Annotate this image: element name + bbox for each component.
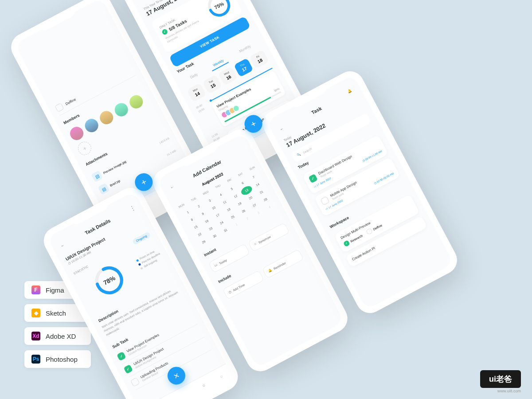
avatar[interactable] xyxy=(98,109,116,127)
checkbox-checked[interactable]: ✓ xyxy=(117,352,126,361)
watermark: ui老爸 xyxy=(480,370,521,388)
back-icon[interactable]: ← xyxy=(277,124,287,134)
zip-icon: ▤ xyxy=(98,183,110,195)
back-icon[interactable]: ← xyxy=(167,182,177,192)
checkbox[interactable] xyxy=(55,103,64,113)
checkbox-checked[interactable]: ✓ xyxy=(124,364,133,374)
image-icon: ▨ xyxy=(91,170,103,182)
back-icon[interactable]: ← xyxy=(58,241,67,250)
screen-title: Task xyxy=(310,106,322,115)
avatar[interactable] xyxy=(112,101,130,119)
watermark-url: www.ui8.com xyxy=(497,389,521,393)
avatar[interactable] xyxy=(127,93,145,111)
avatar[interactable] xyxy=(82,117,101,135)
avatar[interactable] xyxy=(68,125,86,143)
checkbox[interactable] xyxy=(130,377,140,387)
add-member-button[interactable]: + xyxy=(76,139,94,157)
bell-icon[interactable]: 🔔 xyxy=(347,87,356,97)
nav-profile-icon[interactable]: ☺ xyxy=(216,371,227,382)
check-icon: ✓ xyxy=(161,28,168,35)
nav-settings-icon[interactable]: ⚙ xyxy=(199,380,209,391)
more-icon[interactable]: ⋮ xyxy=(128,203,137,213)
